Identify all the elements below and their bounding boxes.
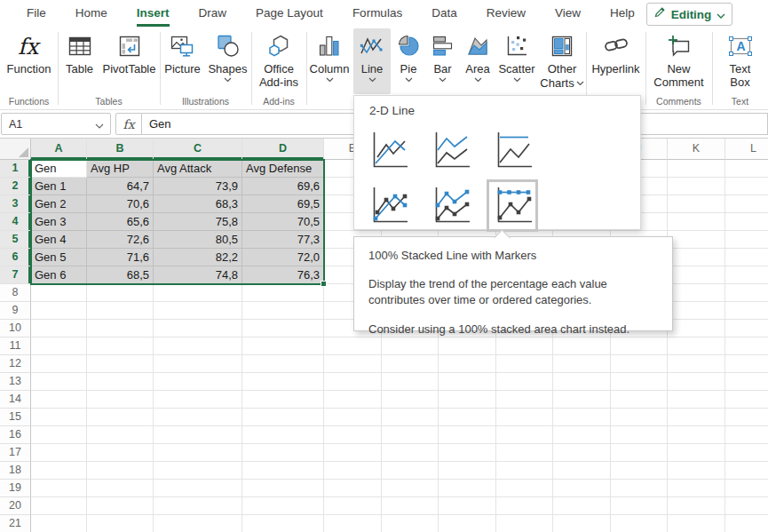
cell-A18[interactable] [31, 462, 87, 480]
function-button[interactable]: fx Function [3, 28, 56, 94]
cell-C2[interactable]: 73,9 [154, 178, 242, 195]
cell-D18[interactable] [242, 462, 324, 480]
cell-B15[interactable] [87, 409, 154, 426]
cell-A2[interactable]: Gen 1 [31, 178, 87, 195]
pie-chart-button[interactable]: Pie [392, 28, 425, 94]
cell-G14[interactable] [439, 391, 496, 409]
cell-F15[interactable] [382, 409, 439, 426]
cell-K5[interactable] [668, 231, 725, 249]
cell-G20[interactable] [439, 497, 496, 515]
row-header-13[interactable]: 13 [0, 373, 31, 391]
pivottable-button[interactable]: PivotTable [101, 28, 158, 94]
cell-L20[interactable] [725, 497, 768, 515]
cell-B11[interactable] [87, 337, 154, 355]
row-header-12[interactable]: 12 [0, 355, 31, 373]
row-header-5[interactable]: 5 [0, 231, 31, 249]
cell-G12[interactable] [439, 355, 496, 373]
cell-C9[interactable] [154, 302, 242, 320]
cell-E16[interactable] [324, 426, 382, 444]
cell-F19[interactable] [382, 480, 439, 497]
cell-J18[interactable] [611, 462, 668, 480]
cell-C5[interactable]: 80,5 [154, 231, 242, 249]
cell-D8[interactable] [242, 284, 324, 302]
cell-A5[interactable]: Gen 4 [31, 231, 87, 249]
name-box[interactable]: A1 [1, 113, 111, 135]
cell-D1[interactable]: Avg Defense [242, 160, 324, 178]
cell-D6[interactable]: 72,0 [242, 249, 324, 266]
cell-D21[interactable] [242, 515, 324, 532]
cell-K20[interactable] [668, 497, 725, 515]
cell-D2[interactable]: 69,6 [242, 178, 324, 195]
cell-I21[interactable] [553, 515, 611, 532]
new-comment-button[interactable]: New Comment [648, 28, 710, 94]
menu-insert[interactable]: Insert [137, 0, 170, 27]
cell-G17[interactable] [439, 444, 496, 462]
cell-A1[interactable]: Gen [31, 160, 87, 178]
fill-handle[interactable] [321, 281, 327, 287]
cell-C15[interactable] [154, 409, 242, 426]
cell-C6[interactable]: 82,2 [154, 249, 242, 266]
stacked-100-line-markers-chart-option[interactable] [492, 185, 533, 226]
cell-D15[interactable] [242, 409, 324, 426]
cell-F11[interactable] [382, 337, 439, 355]
cell-C12[interactable] [154, 355, 242, 373]
cell-K13[interactable] [668, 373, 725, 391]
cell-B20[interactable] [87, 497, 154, 515]
cell-L21[interactable] [725, 515, 768, 532]
row-header-4[interactable]: 4 [0, 213, 31, 231]
cell-D12[interactable] [242, 355, 324, 373]
cell-E17[interactable] [324, 444, 382, 462]
row-header-19[interactable]: 19 [0, 480, 31, 497]
cell-A21[interactable] [31, 515, 87, 532]
cell-C18[interactable] [154, 462, 242, 480]
editing-mode-button[interactable]: Editing [646, 3, 732, 26]
cell-E14[interactable] [324, 391, 382, 409]
cell-B6[interactable]: 71,6 [87, 249, 154, 266]
cell-D9[interactable] [242, 302, 324, 320]
cell-D19[interactable] [242, 480, 324, 497]
cell-K15[interactable] [668, 409, 725, 426]
cell-C16[interactable] [154, 426, 242, 444]
cell-F21[interactable] [382, 515, 439, 532]
cell-C17[interactable] [154, 444, 242, 462]
cell-L15[interactable] [725, 409, 768, 426]
cell-D13[interactable] [242, 373, 324, 391]
cell-G18[interactable] [439, 462, 496, 480]
cell-I11[interactable] [553, 337, 611, 355]
cell-A10[interactable] [31, 320, 87, 337]
cell-H16[interactable] [496, 426, 553, 444]
cell-C7[interactable]: 74,8 [154, 266, 242, 284]
row-header-18[interactable]: 18 [0, 462, 31, 480]
cell-B3[interactable]: 70,6 [87, 195, 154, 213]
cell-L19[interactable] [725, 480, 768, 497]
cell-D16[interactable] [242, 426, 324, 444]
cell-A20[interactable] [31, 497, 87, 515]
cell-K10[interactable] [668, 320, 725, 337]
cell-A8[interactable] [31, 284, 87, 302]
cell-F18[interactable] [382, 462, 439, 480]
row-header-3[interactable]: 3 [0, 195, 31, 213]
cell-A17[interactable] [31, 444, 87, 462]
column-header-A[interactable]: A [31, 139, 87, 160]
select-all-corner[interactable] [0, 139, 31, 160]
cell-G11[interactable] [439, 337, 496, 355]
cell-F20[interactable] [382, 497, 439, 515]
cell-A14[interactable] [31, 391, 87, 409]
cell-L8[interactable] [725, 284, 768, 302]
cell-B12[interactable] [87, 355, 154, 373]
cell-K7[interactable] [668, 266, 725, 284]
cell-I13[interactable] [553, 373, 611, 391]
cell-C13[interactable] [154, 373, 242, 391]
menu-formulas[interactable]: Formulas [352, 0, 402, 27]
cell-H21[interactable] [496, 515, 553, 532]
line-markers-chart-option[interactable] [368, 185, 408, 226]
cell-J20[interactable] [611, 497, 668, 515]
cell-K17[interactable] [668, 444, 725, 462]
line-chart-button[interactable]: Line [353, 28, 391, 94]
cell-D20[interactable] [242, 497, 324, 515]
chevron-down-icon[interactable] [95, 116, 110, 132]
menu-page-layout[interactable]: Page Layout [256, 0, 323, 27]
cell-H11[interactable] [496, 337, 553, 355]
cell-E21[interactable] [324, 515, 382, 532]
text-box-button[interactable]: A Text Box [721, 28, 760, 94]
